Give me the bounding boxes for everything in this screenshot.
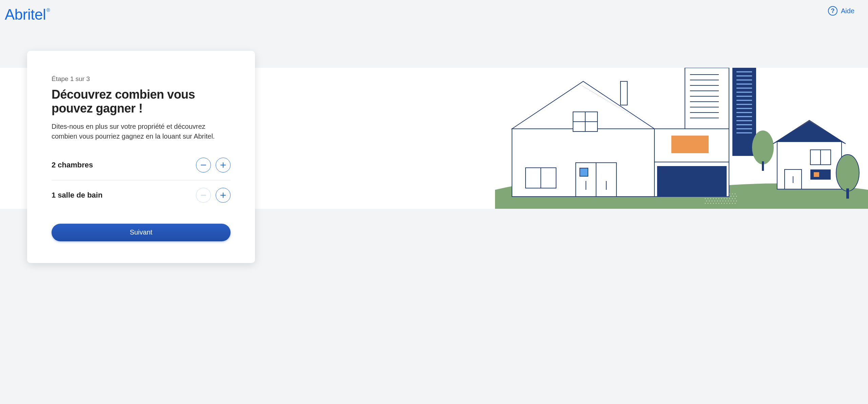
bathrooms-decrement-button bbox=[196, 188, 211, 203]
bedrooms-label: 2 chambres bbox=[52, 161, 93, 169]
help-link[interactable]: ? Aide bbox=[828, 6, 854, 16]
bedrooms-decrement-button[interactable] bbox=[196, 158, 211, 173]
next-button[interactable]: Suivant bbox=[52, 224, 231, 241]
brand-logo[interactable]: Abritel ® bbox=[5, 6, 50, 23]
bathrooms-label: 1 salle de bain bbox=[52, 191, 102, 200]
next-button-label: Suivant bbox=[130, 228, 153, 236]
card-description: Dites-nous en plus sur votre propriété e… bbox=[52, 122, 231, 141]
step-indicator: Étape 1 sur 3 bbox=[52, 75, 231, 83]
brand-name: Abritel bbox=[5, 6, 46, 23]
bedrooms-increment-button[interactable] bbox=[216, 158, 231, 173]
minus-icon bbox=[201, 193, 206, 198]
registered-mark: ® bbox=[46, 7, 50, 13]
minus-icon bbox=[201, 162, 206, 168]
help-icon: ? bbox=[828, 6, 837, 16]
plus-icon bbox=[220, 162, 226, 168]
help-label: Aide bbox=[841, 7, 854, 15]
bedrooms-row: 2 chambres bbox=[52, 150, 231, 180]
bathrooms-increment-button[interactable] bbox=[216, 188, 231, 203]
bathrooms-row: 1 salle de bain bbox=[52, 180, 231, 210]
bathrooms-stepper bbox=[196, 188, 231, 203]
plus-icon bbox=[220, 193, 226, 198]
bedrooms-stepper bbox=[196, 158, 231, 173]
onboarding-card: Étape 1 sur 3 Découvrez combien vous pou… bbox=[27, 51, 255, 263]
card-title: Découvrez combien vous pouvez gagner ! bbox=[52, 87, 231, 116]
